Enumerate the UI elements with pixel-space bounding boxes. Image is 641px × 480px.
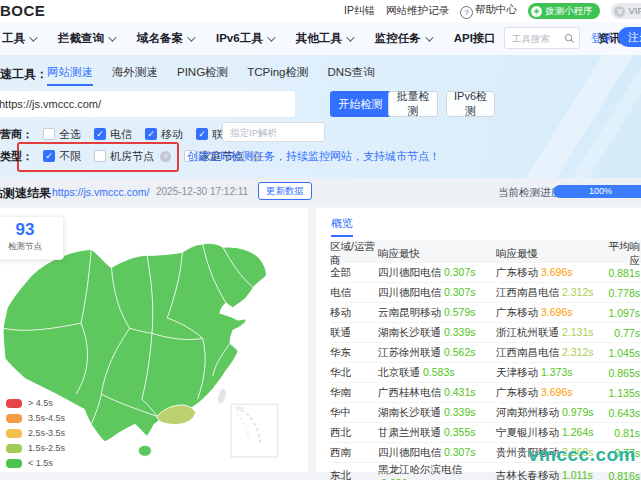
page: BOCE IP纠错 网站维护记录 ?帮助中心 ◈拨测小程序 VVIP会员 新用户…: [0, 0, 641, 480]
table-row[interactable]: 华南广西桂林电信0.431s广东移动3.696s1.135s: [330, 382, 641, 402]
question-icon: ?: [460, 6, 473, 19]
register-button[interactable]: 注册: [618, 27, 641, 47]
col-average: 平均响应: [608, 240, 641, 268]
batch-test-button[interactable]: 批量检测: [388, 91, 438, 117]
mini-program-badge[interactable]: ◈拨测小程序: [528, 3, 601, 19]
isp-option-电信[interactable]: ✓电信: [94, 127, 132, 142]
nav-item-域名备案[interactable]: 域名备案: [137, 31, 193, 46]
search-input[interactable]: [505, 33, 564, 44]
cell-slowest: 广东移动3.696s: [496, 306, 608, 320]
chevron-down-icon: [108, 33, 116, 41]
speed-test-tabs: 网站测速海外测速PING检测TCPing检测DNS查询: [47, 65, 375, 86]
mini-program-icon: ◈: [531, 6, 542, 17]
node-option-不限[interactable]: ✓不限: [43, 149, 81, 164]
checkbox-icon[interactable]: [43, 128, 55, 140]
logo[interactable]: BOCE: [0, 2, 45, 19]
slowest-time: 3.696s: [541, 306, 573, 318]
link-maintenance-record[interactable]: 网站维护记录: [386, 4, 449, 18]
legend-swatch: [6, 459, 22, 468]
cell-average: 0.816s: [608, 470, 641, 480]
checkbox-icon[interactable]: ✓: [196, 128, 208, 140]
cell-region: 西南: [330, 446, 378, 460]
slowest-time: 1.264s: [562, 426, 594, 438]
tab-PING检测[interactable]: PING检测: [177, 65, 228, 86]
cell-fastest: 江苏徐州联通0.562s: [378, 346, 496, 360]
main-nav: 工具拦截查询域名备案IPv6工具其他工具监控任务API接口更多产品资讯动态 登录…: [0, 22, 641, 55]
fastest-time: 0.339s: [444, 326, 476, 338]
nav-item-工具[interactable]: 工具: [2, 31, 35, 46]
tab-TCPing检测[interactable]: TCPing检测: [247, 65, 308, 86]
cell-fastest: 广西桂林电信0.431s: [378, 386, 496, 400]
legend-swatch: [6, 444, 22, 453]
map-legend: > 4.5s3.5s-4.5s2.5s-3.5s1.5s-2.5s< 1.5s: [6, 398, 65, 468]
tool-search[interactable]: [504, 27, 580, 49]
help-icon[interactable]: ?: [160, 151, 171, 162]
hainan-island[interactable]: [138, 445, 151, 456]
chevron-down-icon: [346, 33, 354, 41]
table-row[interactable]: 移动云南昆明移动0.579s广东移动3.696s1.097s: [330, 302, 641, 322]
checkbox-icon[interactable]: ✓: [43, 150, 55, 162]
table-row[interactable]: 西北甘肃兰州联通0.355s宁夏银川移动1.264s0.81s: [330, 422, 641, 442]
vip-icon: V: [614, 6, 625, 17]
isp-option-全选[interactable]: 全选: [43, 127, 81, 142]
table-row[interactable]: 电信四川德阳电信0.307s江西南昌电信2.312s0.778s: [330, 282, 641, 302]
tab-海外测速[interactable]: 海外测速: [112, 65, 158, 86]
cell-fastest: 湖南长沙联通0.339s: [378, 406, 496, 420]
tab-网站测速[interactable]: 网站测速: [47, 65, 93, 86]
ip-resolve-input[interactable]: [222, 122, 325, 142]
fastest-time: 0.307s: [444, 286, 476, 298]
cell-slowest: 天津移动1.373s: [496, 366, 608, 380]
isp-option-移动[interactable]: ✓移动: [145, 127, 183, 142]
nav-item-拦截查询[interactable]: 拦截查询: [58, 31, 114, 46]
nav-item-label: 域名备案: [137, 31, 183, 46]
nav-item-其他工具[interactable]: 其他工具: [296, 31, 352, 46]
table-row[interactable]: 全部四川德阳电信0.307s广东移动3.696s0.881s: [330, 262, 641, 282]
cell-average: 0.81s: [608, 427, 641, 439]
topbar-links: IP纠错 网站维护记录 ?帮助中心 ◈拨测小程序 VVIP会员 新用户活: [344, 0, 641, 22]
node-option-label: 机房节点: [110, 149, 154, 164]
chevron-down-icon: [29, 33, 37, 41]
node-count-card: 93 检测节点: [0, 216, 64, 260]
url-input[interactable]: [0, 91, 295, 117]
legend-item: > 4.5s: [6, 398, 65, 408]
isp-option-label: 全选: [59, 127, 81, 142]
table-row[interactable]: 华东江苏徐州联通0.562s江西南昌电信2.312s1.045s: [330, 342, 641, 362]
link-ip-correct[interactable]: IP纠错: [344, 4, 375, 18]
cell-average: 0.778s: [608, 287, 641, 299]
checkbox-icon[interactable]: [94, 150, 106, 162]
table-row[interactable]: 华中湖南长沙联通0.339s河南郑州移动0.979s0.643s: [330, 402, 641, 422]
tab-overview[interactable]: 概览: [331, 216, 353, 237]
isp-option-label: 电信: [110, 127, 132, 142]
node-option-label: 不限: [59, 149, 81, 164]
link-help-center[interactable]: ?帮助中心: [460, 3, 517, 19]
result-bar: 站测速结果 https://js.vmccc.com/ 2025-12-30 1…: [0, 178, 641, 205]
cell-slowest: 宁夏银川移动1.264s: [496, 426, 608, 440]
ipv6-test-button[interactable]: IPv6检测: [446, 91, 495, 117]
cell-slowest: 广东移动3.696s: [496, 386, 608, 400]
refresh-data-button[interactable]: 更新数据: [258, 182, 312, 200]
nav-item-API接口[interactable]: API接口: [454, 31, 496, 46]
node-option-机房节点[interactable]: 机房节点?: [94, 149, 171, 164]
cell-fastest: 甘肃兰州联通0.355s: [378, 426, 496, 440]
table-row[interactable]: 华北北京联通0.583s天津移动1.373s0.865s: [330, 362, 641, 382]
table-row[interactable]: 联通湖南长沙联通0.339s浙江杭州联通2.131s0.77s: [330, 322, 641, 342]
tab-DNS查询[interactable]: DNS查询: [327, 65, 374, 86]
checkbox-icon[interactable]: ✓: [145, 128, 157, 140]
nav-item-监控任务[interactable]: 监控任务: [375, 31, 431, 46]
checkbox-icon[interactable]: ✓: [94, 128, 106, 140]
cell-average: 0.77s: [608, 327, 641, 339]
cell-slowest: 吉林长春移动1.011s: [496, 469, 608, 480]
start-test-button[interactable]: 开始检测: [330, 91, 391, 117]
legend-label: 3.5s-4.5s: [28, 413, 65, 423]
tested-url-link[interactable]: https://js.vmccc.com/: [52, 186, 149, 198]
vip-badge[interactable]: VVIP会员: [611, 3, 641, 19]
legend-swatch: [6, 399, 22, 408]
slowest-time: 2.131s: [562, 326, 594, 338]
scheduled-task-tip[interactable]: 创建定时检测任务，持续监控网站，支持城市节点！: [187, 149, 440, 164]
cell-average: 0.881s: [608, 267, 641, 279]
cell-region: 华南: [330, 386, 378, 400]
cell-average: 0.865s: [608, 367, 641, 379]
login-link[interactable]: 登录: [591, 31, 613, 46]
nav-item-IPv6工具[interactable]: IPv6工具: [216, 31, 273, 46]
isp-label: 营商：: [0, 127, 33, 142]
